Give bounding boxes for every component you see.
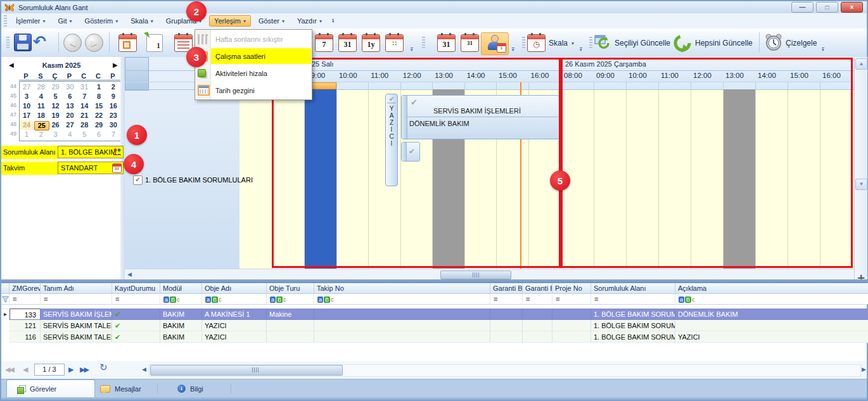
close-button[interactable]: ×	[841, 2, 863, 13]
filter-cell-obje-turu[interactable]: aBc	[267, 294, 314, 305]
filter-cell-garanti-basli[interactable]: =	[490, 294, 523, 305]
schedule-clock-icon[interactable]	[765, 34, 782, 51]
toolbar-grip4[interactable]	[589, 37, 592, 48]
calendar-next-icon[interactable]: ▶	[113, 61, 118, 68]
save-icon[interactable]	[14, 34, 32, 51]
calendar-day-5[interactable]: 5	[77, 130, 91, 139]
menu-item-i-slemler[interactable]: İşlemler▾	[11, 15, 51, 27]
calendar-day-30[interactable]: 30	[106, 120, 120, 130]
calendar-day-4[interactable]: 4	[63, 130, 77, 139]
undo-icon[interactable]: ↶	[33, 34, 46, 49]
update-all-icon[interactable]	[673, 34, 692, 53]
scale-calendar-clock-icon[interactable]: ◷	[527, 34, 546, 52]
calendar-day-18[interactable]: 18	[34, 111, 48, 120]
menu-item-tarih-gezgini[interactable]: Tarih gezgini	[195, 82, 312, 99]
gantt-corner-button[interactable]	[125, 57, 149, 91]
pager-next-button[interactable]: ▶	[68, 364, 73, 374]
toolbar-grip[interactable]	[6, 37, 10, 48]
view-overflow-icon[interactable]: ▾	[411, 48, 413, 52]
scale-overflow-icon[interactable]: ▾	[580, 48, 582, 52]
column-header-garanti-bitis[interactable]: Garanti Bitiş	[523, 283, 552, 294]
group-checkbox[interactable]: ✔	[133, 175, 143, 185]
filter-cell-zmgorev-no[interactable]: =	[10, 294, 41, 305]
calendar-day-5[interactable]: 5	[49, 92, 63, 101]
filter-cell-obje-adi[interactable]: aBc	[202, 294, 267, 305]
tab-bilgi[interactable]: iBilgi	[167, 380, 214, 397]
column-header-takip-no[interactable]: Takip No	[314, 283, 490, 294]
calendar-day-16[interactable]: 16	[106, 101, 120, 111]
calendar-day-28[interactable]: 28	[77, 120, 91, 130]
menu-item-gosterim[interactable]: Gösterim▾	[80, 15, 124, 27]
calendar-day-19[interactable]: 19	[49, 111, 63, 120]
column-header-obje-adi[interactable]: Obje Adı	[202, 283, 267, 294]
field-value-input[interactable]: STANDART31	[58, 162, 124, 174]
minimize-button[interactable]: —	[791, 2, 814, 13]
tab-mesajlar[interactable]: Mesajlar	[90, 380, 151, 397]
calendar-day-23[interactable]: 23	[106, 111, 120, 120]
filter-cell-kayitdurumu[interactable]: =	[112, 294, 160, 305]
filter-cell-proje-no[interactable]: =	[552, 294, 591, 305]
nav-forward-icon[interactable]: ▶	[85, 34, 103, 52]
scroll-down-icon[interactable]: ▼	[855, 179, 867, 190]
filter-cell-tanim-adi[interactable]: =	[41, 294, 112, 305]
menubar-overflow-icon[interactable]: ▾	[332, 19, 335, 23]
column-header-tanim-adi[interactable]: Tanım Adı	[41, 283, 112, 294]
year-view-icon[interactable]: 1y	[362, 34, 380, 52]
field-value-input[interactable]: 1. BÖLGE BAKIM	[58, 146, 124, 158]
pager-first-button[interactable]: ◀◀	[5, 364, 13, 374]
menu-item-calisma-saatleri[interactable]: Çalışma saatleri	[195, 48, 312, 65]
column-header-kayitdurumu[interactable]: KayıtDurumu	[112, 283, 160, 294]
column-header-zmgorev-no[interactable]: ZMGorev No	[10, 283, 41, 294]
filter-cell-takip-no[interactable]: aBc	[314, 294, 490, 305]
scale-dropdown[interactable]: Skala	[549, 39, 568, 48]
calendar-day-6[interactable]: 6	[92, 130, 106, 139]
gantt-vscrollbar[interactable]: ▲ ▼ + −	[854, 57, 867, 279]
gantt-hscroll-thumb[interactable]	[440, 271, 511, 279]
calendar-day-17[interactable]: 17	[20, 111, 34, 120]
calendar-day-31[interactable]: 31	[77, 82, 91, 92]
column-header-sorumluluk-alani[interactable]: Sorumluluk Alanı	[591, 283, 675, 294]
column-header-modul[interactable]: Modül	[160, 283, 202, 294]
calendar-day-10[interactable]: 10	[20, 101, 34, 111]
calendar-day-2[interactable]: 2	[106, 82, 120, 92]
column-header-aciklama[interactable]: Açıklama	[675, 283, 868, 294]
menubar-grip[interactable]	[4, 15, 7, 27]
table-row[interactable]: 116SERVİS BAKIM TALEPLERİ✔OnaylandıBAKIM…	[1, 331, 868, 343]
calendar-day-3[interactable]: 3	[49, 130, 63, 139]
calendar-day-9[interactable]: 9	[106, 92, 120, 101]
calendar-day-25[interactable]: 25	[34, 121, 49, 130]
calendar-day-7[interactable]: 7	[106, 130, 120, 139]
filter-cell-sorumluluk-alani[interactable]: =	[591, 294, 675, 305]
update-all-button[interactable]: Hepsini Güncelle	[695, 39, 753, 48]
calendar-day-27[interactable]: 27	[20, 82, 34, 92]
calendar-day-2[interactable]: 2	[34, 130, 48, 139]
scroll-up-icon[interactable]: ▲	[855, 58, 867, 70]
calendar-day-29[interactable]: 29	[49, 82, 63, 92]
menu-item-git[interactable]: Git▾	[53, 15, 77, 27]
resource-overflow-icon[interactable]: ▾	[512, 48, 514, 52]
update-selected-icon[interactable]	[594, 35, 611, 51]
filter-row-funnel-icon[interactable]	[1, 294, 10, 305]
filter-cell-aciklama[interactable]: aBc	[675, 294, 868, 305]
calendar-day-30[interactable]: 30	[63, 82, 77, 92]
menu-item-yazdir[interactable]: Yazdır▾	[292, 15, 327, 27]
pager-last-button[interactable]: ▶▶	[80, 364, 88, 374]
week-view-icon[interactable]: 7	[315, 34, 333, 52]
calendar-day-11[interactable]: 11	[34, 101, 48, 111]
list-view-icon[interactable]: ∷	[385, 34, 404, 52]
tab-gorevler[interactable]: Görevler	[6, 379, 95, 398]
table-scroll-right-icon[interactable]: ▶	[862, 364, 866, 374]
calendar-day-28[interactable]: 28	[34, 82, 48, 92]
calendar-day-27[interactable]: 27	[63, 120, 77, 130]
goto-day-icon[interactable]: 1	[146, 34, 163, 52]
menu-item-skala[interactable]: Skala▾	[125, 15, 158, 27]
calendar-day-26[interactable]: 26	[49, 120, 63, 130]
calendar-day-13[interactable]: 13	[63, 101, 77, 111]
menu-item-aktiviteleri-hizala[interactable]: Aktiviteleri hizala	[195, 65, 312, 82]
schedule-button[interactable]: Çizelgele	[786, 39, 817, 48]
calendar-day-24[interactable]: 24	[20, 120, 34, 130]
calendar-day-22[interactable]: 22	[92, 111, 106, 120]
resource-day-icon[interactable]: 31	[461, 34, 479, 52]
calendar-day-4[interactable]: 4	[34, 92, 48, 101]
month-view-icon[interactable]: 31	[338, 34, 357, 52]
